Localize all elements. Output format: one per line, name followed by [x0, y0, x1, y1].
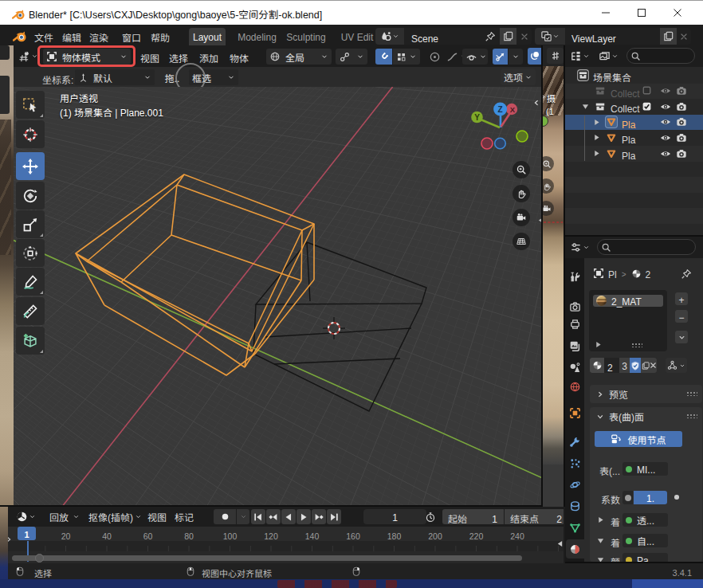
- properties-editor-type-button[interactable]: [568, 240, 591, 255]
- material-slots-list[interactable]: 2_MAT: [589, 290, 667, 351]
- record-button[interactable]: [214, 509, 236, 524]
- toolbar-annotate[interactable]: [16, 268, 45, 296]
- app-menu-button[interactable]: [13, 29, 29, 42]
- camera-view-pane[interactable]: 摄(1: [543, 45, 564, 507]
- render-camera-toggle[interactable]: [675, 147, 687, 159]
- toolbar-rotate[interactable]: [16, 182, 45, 210]
- auto-keyframe-clock[interactable]: [424, 511, 437, 523]
- scene-browse-button[interactable]: [375, 28, 404, 45]
- outliner-row[interactable]: Collect: [565, 84, 703, 100]
- expand-arrow[interactable]: [593, 134, 601, 142]
- gizmos-toggle-button[interactable]: [493, 49, 508, 65]
- nav-camera-button[interactable]: [513, 209, 530, 226]
- viewport-canvas[interactable]: Z X Y: [14, 87, 541, 507]
- toolbar-measure[interactable]: [16, 297, 45, 325]
- viewport-menu-1[interactable]: 选择: [169, 51, 188, 65]
- viewport-menu-2[interactable]: 添加: [199, 51, 218, 65]
- shader-dropdown[interactable]: Pa...: [622, 553, 668, 562]
- outliner-display-mode-button[interactable]: [568, 49, 591, 64]
- unlink-button[interactable]: [650, 358, 657, 373]
- toolbar-transform[interactable]: [16, 239, 45, 267]
- viewport-menu-0[interactable]: 视图: [140, 51, 159, 65]
- minimize-button[interactable]: [587, 0, 624, 25]
- slots-expand-arrow[interactable]: [595, 341, 603, 349]
- snap-toggle-button[interactable]: [375, 49, 392, 65]
- view-layer-selector[interactable]: ViewLayer: [535, 28, 691, 45]
- render-camera-toggle[interactable]: [675, 100, 687, 112]
- shader-dropdown[interactable]: 透...: [622, 513, 668, 527]
- gizmos-dropdown[interactable]: [509, 49, 523, 65]
- slot-add-button[interactable]: +: [675, 292, 688, 305]
- pivot-dropdown[interactable]: [336, 49, 367, 65]
- menu-render[interactable]: 渲染: [89, 30, 108, 44]
- expand-arrow[interactable]: [582, 103, 590, 111]
- overlays-toggle-button[interactable]: [528, 48, 541, 65]
- tab-layout[interactable]: Layout: [189, 28, 226, 45]
- render-camera-toggle[interactable]: [675, 85, 687, 97]
- outliner-row[interactable]: Pla: [565, 115, 703, 131]
- visibility-dropdown[interactable]: [462, 49, 488, 65]
- close-button[interactable]: [659, 0, 696, 25]
- nav-ortho-button[interactable]: [513, 233, 530, 250]
- timeline-expand-arrow[interactable]: [8, 535, 14, 545]
- view-layer-new-button[interactable]: [660, 28, 677, 45]
- socket-toggle[interactable]: [622, 491, 633, 504]
- render-camera-toggle[interactable]: [675, 116, 687, 128]
- hide-eye-toggle[interactable]: [659, 116, 671, 128]
- menu-edit[interactable]: 编辑: [62, 30, 81, 44]
- material-users-button[interactable]: 3: [619, 358, 630, 373]
- expand-arrow[interactable]: [593, 119, 601, 127]
- properties-tab-scene[interactable]: [566, 358, 584, 377]
- properties-tab-world[interactable]: [566, 377, 584, 396]
- collection-checkbox[interactable]: [641, 100, 652, 112]
- hide-eye-toggle[interactable]: [659, 85, 671, 97]
- play-button[interactable]: [297, 509, 311, 524]
- outliner-row[interactable]: Pla: [565, 130, 703, 146]
- timeline-menu-marker[interactable]: 标记: [175, 509, 194, 524]
- outliner-search-field[interactable]: [626, 48, 695, 64]
- view-layer-browse-button[interactable]: [535, 28, 565, 45]
- hide-eye-toggle[interactable]: [659, 147, 671, 159]
- shader-dropdown[interactable]: MI...: [622, 462, 668, 476]
- sidebar-toggle-arrow[interactable]: [533, 99, 541, 108]
- default-orientation-dropdown[interactable]: 默认: [75, 69, 155, 85]
- timeline-editor-type-button[interactable]: [13, 509, 38, 524]
- view-layer-remove-button[interactable]: [678, 31, 689, 41]
- breadcrumb-object[interactable]: Pl: [608, 267, 617, 280]
- shader-dropdown[interactable]: 自...: [622, 534, 668, 547]
- outliner-item-label[interactable]: 场景集合: [593, 70, 631, 84]
- properties-tab-modifiers[interactable]: [566, 432, 584, 451]
- properties-search-field[interactable]: [597, 239, 696, 255]
- prev-keyframe-button[interactable]: [266, 509, 281, 524]
- next-keyframe-button[interactable]: [312, 509, 326, 524]
- toolbar-add-cube[interactable]: [16, 327, 45, 355]
- scene-selector[interactable]: Scene: [375, 28, 532, 45]
- tool-options-dropdown[interactable]: 选项: [501, 69, 536, 85]
- toolbar-move[interactable]: [16, 152, 45, 180]
- editor-type-button[interactable]: [17, 49, 39, 64]
- record-dropdown[interactable]: [237, 509, 249, 524]
- slot-specials-button[interactable]: [675, 331, 688, 343]
- expand-arrow[interactable]: [593, 150, 601, 158]
- surface-panel-header[interactable]: 表(曲)面: [590, 407, 702, 425]
- outliner-filter-button[interactable]: [596, 49, 620, 64]
- current-frame-field[interactable]: 1: [363, 509, 426, 524]
- scene-new-button[interactable]: [500, 28, 516, 45]
- toolbar-scale[interactable]: [16, 210, 45, 238]
- collection-checkbox[interactable]: [641, 85, 652, 96]
- timeline-menu-keying[interactable]: 抠像(插帧): [85, 509, 141, 524]
- snap-with-dropdown[interactable]: [393, 49, 420, 65]
- tab-modeling[interactable]: Modeling: [234, 28, 281, 45]
- outliner-row[interactable]: Collect: [565, 99, 703, 115]
- jump-to-start-button[interactable]: [251, 509, 265, 524]
- material-name[interactable]: 2: [607, 360, 613, 374]
- material-browse-button[interactable]: [590, 358, 604, 373]
- outliner-item-label[interactable]: Collect: [611, 86, 640, 100]
- frame-end-field[interactable]: 结束点2: [505, 509, 564, 524]
- node-tree-button[interactable]: [666, 358, 687, 373]
- orientation-dropdown[interactable]: 全局: [266, 49, 332, 65]
- timeline-menu-view[interactable]: 视图: [147, 509, 167, 524]
- nav-zoom-button[interactable]: [513, 161, 530, 178]
- outliner-item-label[interactable]: Pla: [622, 117, 635, 131]
- outliner-row[interactable]: Pla: [565, 146, 703, 162]
